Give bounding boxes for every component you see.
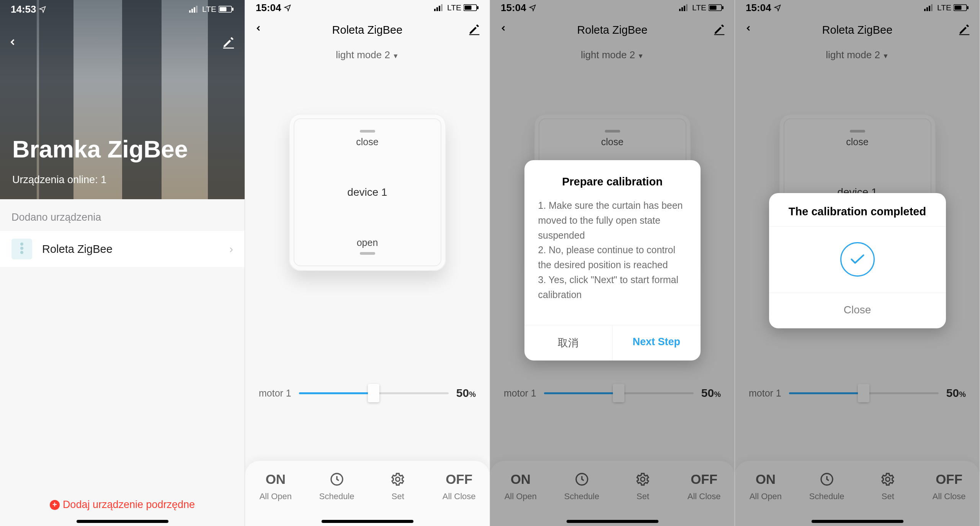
svg-rect-9 xyxy=(436,7,438,11)
svg-rect-25 xyxy=(714,34,725,35)
prepare-calibration-modal: Prepare calibration 1. Make sure the cur… xyxy=(524,160,701,360)
mode-selector[interactable]: light mode 2▼ xyxy=(735,41,980,64)
modal-body: 1. Make sure the curtain has been moved … xyxy=(524,198,701,325)
signal-icon xyxy=(924,4,935,11)
svg-rect-30 xyxy=(929,6,930,11)
svg-rect-0 xyxy=(189,10,191,13)
svg-rect-33 xyxy=(967,6,969,9)
svg-rect-29 xyxy=(926,7,928,11)
svg-rect-13 xyxy=(477,6,479,9)
location-icon xyxy=(284,4,291,11)
cancel-button[interactable]: 取消 xyxy=(524,325,612,360)
close-button[interactable]: Close xyxy=(769,293,946,328)
slider-thumb[interactable] xyxy=(368,384,379,402)
edit-button[interactable] xyxy=(713,23,725,37)
edit-icon[interactable] xyxy=(222,36,235,49)
svg-rect-11 xyxy=(441,4,443,11)
location-icon xyxy=(529,4,536,11)
status-network: LTE xyxy=(692,3,706,12)
svg-rect-24 xyxy=(710,6,717,10)
status-bar: 15:04 LTE xyxy=(245,0,490,15)
control-panel: close device 1 open xyxy=(245,64,490,271)
mode-selector[interactable]: light mode 2▼ xyxy=(245,41,490,64)
device-row[interactable]: Roleta ZigBee › xyxy=(0,231,245,267)
add-subdevice-button[interactable]: + Dodaj urządzenie podrzędne xyxy=(0,499,245,511)
home-indicator[interactable] xyxy=(77,520,168,523)
device-label: device 1 xyxy=(347,147,387,237)
status-time: 15:04 xyxy=(501,2,526,14)
svg-rect-21 xyxy=(686,4,688,11)
edit-button[interactable] xyxy=(468,23,480,37)
home-indicator[interactable] xyxy=(567,520,658,523)
back-button[interactable] xyxy=(744,21,753,39)
svg-rect-5 xyxy=(232,8,234,11)
all-close-button[interactable]: OFF All Close xyxy=(428,471,490,507)
bottom-bar: ON All Open Schedule Set OFF All Close xyxy=(245,461,490,526)
gateway-title: Bramka ZigBee xyxy=(12,135,188,163)
home-indicator[interactable] xyxy=(322,520,413,523)
calibration-completed-modal: The calibration completed Close xyxy=(769,193,946,328)
battery-icon xyxy=(709,4,724,11)
edit-button[interactable] xyxy=(958,23,970,37)
modal-title: The calibration completed xyxy=(769,193,946,226)
open-button[interactable]: open xyxy=(357,237,378,248)
svg-rect-7 xyxy=(223,48,234,49)
chevron-right-icon: › xyxy=(229,243,233,256)
svg-rect-6 xyxy=(220,7,227,11)
signal-icon xyxy=(679,4,690,11)
modal-title: Prepare calibration xyxy=(524,160,701,198)
svg-rect-18 xyxy=(679,9,681,11)
svg-rect-19 xyxy=(681,7,683,11)
svg-rect-10 xyxy=(439,6,440,11)
set-button[interactable]: Set xyxy=(368,471,429,507)
back-icon[interactable] xyxy=(8,34,18,50)
svg-rect-8 xyxy=(434,9,436,11)
svg-rect-14 xyxy=(465,6,472,10)
location-icon xyxy=(39,5,46,13)
signal-icon xyxy=(189,6,200,13)
status-network: LTE xyxy=(937,3,951,12)
device-name-label: Roleta ZigBee xyxy=(42,243,219,256)
all-open-button[interactable]: ON All Open xyxy=(245,471,306,507)
svg-point-17 xyxy=(396,477,400,482)
screen-gateway: 14:53 LTE Bramka ZigBee Urządzenia onlin… xyxy=(0,0,245,526)
status-network: LTE xyxy=(202,5,216,14)
status-bar: 14:53 LTE xyxy=(0,2,245,17)
svg-rect-23 xyxy=(722,6,724,9)
status-bar: 15:04 LTE xyxy=(490,0,735,15)
screen-device-control: 15:04 LTE Roleta ZigBee light mode 2▼ cl… xyxy=(245,0,490,526)
motor-slider-row: motor 1 50% xyxy=(245,387,490,400)
gear-icon xyxy=(390,471,405,488)
motor-slider[interactable] xyxy=(299,392,449,394)
svg-rect-15 xyxy=(469,34,480,35)
screen-prepare-calibration: 15:04 LTE Roleta ZigBee light mode 2▼ cl… xyxy=(490,0,735,526)
nav-bar: Roleta ZigBee xyxy=(490,18,735,41)
svg-point-27 xyxy=(641,477,645,482)
modal-actions: 取消 Next Step xyxy=(524,325,701,360)
battery-icon xyxy=(219,6,234,13)
nav-bar: Roleta ZigBee xyxy=(735,18,980,41)
svg-rect-34 xyxy=(955,6,962,10)
caret-down-icon: ▼ xyxy=(392,52,399,60)
schedule-button[interactable]: Schedule xyxy=(306,471,368,507)
close-button[interactable]: close xyxy=(356,136,378,147)
svg-point-37 xyxy=(886,477,890,482)
back-button[interactable] xyxy=(499,21,508,39)
status-network: LTE xyxy=(447,3,461,12)
caret-down-icon: ▼ xyxy=(637,52,644,60)
switch-card: close device 1 open xyxy=(289,114,446,271)
caret-down-icon: ▼ xyxy=(882,52,889,60)
bottom-bar: ONAll Open Schedule Set OFFAll Close xyxy=(490,461,735,526)
device-type-icon xyxy=(11,239,32,259)
page-title: Roleta ZigBee xyxy=(332,24,403,36)
home-indicator[interactable] xyxy=(812,520,903,523)
signal-icon xyxy=(434,4,445,11)
status-bar: 15:04 LTE xyxy=(735,0,980,15)
mode-selector[interactable]: light mode 2▼ xyxy=(490,41,735,64)
clock-icon xyxy=(329,471,345,488)
plus-icon: + xyxy=(50,500,60,510)
back-button[interactable] xyxy=(254,21,263,39)
svg-rect-20 xyxy=(684,6,685,11)
nav-bar: Roleta ZigBee xyxy=(245,18,490,41)
next-step-button[interactable]: Next Step xyxy=(612,325,701,360)
